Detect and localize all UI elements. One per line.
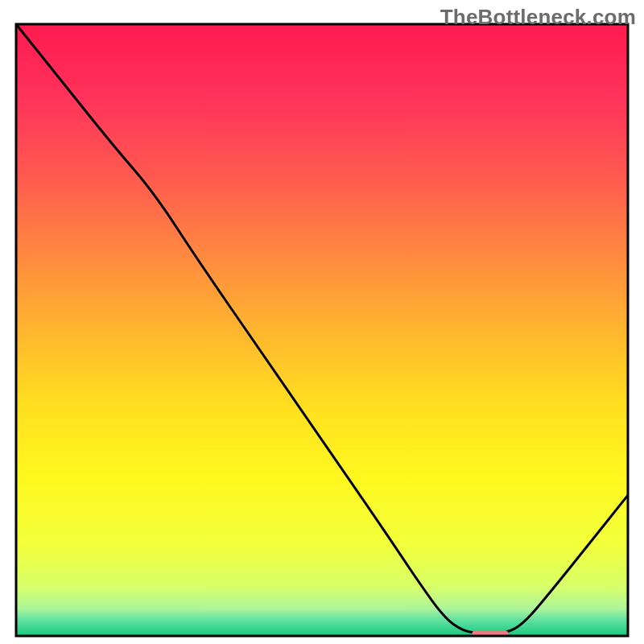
chart-container: TheBottleneck.com [0,0,644,644]
gradient-background [16,24,628,636]
bottleneck-chart [0,0,644,644]
watermark-text: TheBottleneck.com [440,5,636,30]
